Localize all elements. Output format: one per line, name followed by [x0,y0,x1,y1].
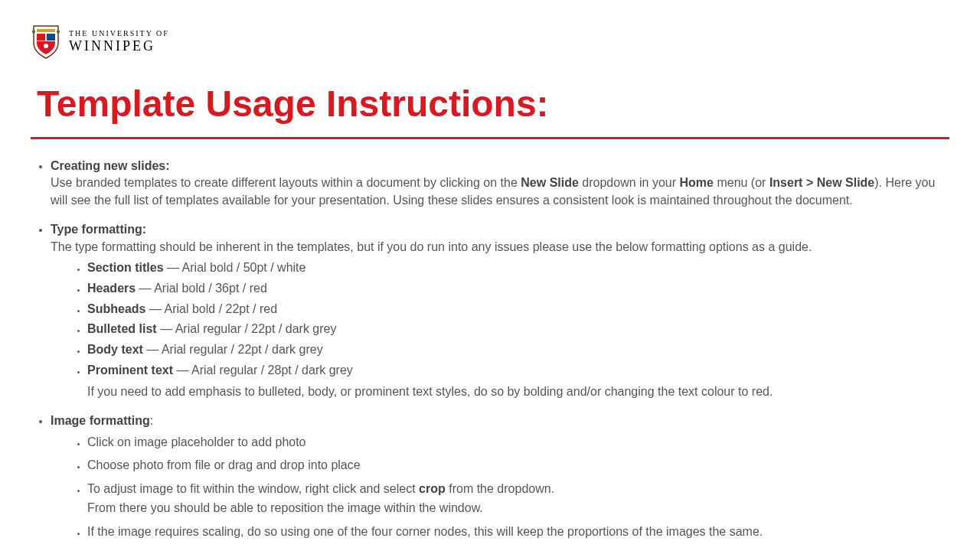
list-item: Choose photo from file or drag and drop … [87,456,949,475]
svg-point-3 [44,44,48,48]
title-rule [31,137,949,139]
section-creating: Creating new slides: Use branded templat… [51,158,949,209]
list-item: Subheads — Arial bold / 22pt / red [87,300,949,319]
crest-icon [31,23,61,60]
creating-body: Use branded templates to create differen… [51,176,935,206]
typefmt-note: If you need to add emphasis to bulleted,… [87,383,949,400]
list-item: Prominent text — Arial regular / 28pt / … [87,361,949,380]
list-item: Bulleted list — Arial regular / 22pt / d… [87,320,949,339]
creating-lead: Creating new slides: [51,159,170,172]
content-list: Creating new slides: Use branded templat… [31,158,949,542]
list-item: Headers — Arial bold / 36pt / red [87,279,949,298]
list-item: If the image requires scaling, do so usi… [87,523,949,542]
typefmt-lead: Type formatting: [51,223,146,236]
university-logo: THE UNIVERSITY OF WINNIPEG [31,23,949,60]
typefmt-list: Section titles — Arial bold / 50pt / whi… [51,259,949,380]
typefmt-intro: The type formatting should be inherent i… [51,240,812,253]
section-image-formatting: Image formatting: Click on image placeho… [51,412,949,541]
logo-line2: WINNIPEG [69,39,169,53]
list-item: Click on image placeholder to add photo [87,433,949,452]
list-item: Section titles — Arial bold / 50pt / whi… [87,259,949,278]
slide: THE UNIVERSITY OF WINNIPEG Template Usag… [0,0,980,551]
svg-rect-2 [47,34,55,41]
slide-title: Template Usage Instructions: [37,83,949,125]
list-item: Body text — Arial regular / 22pt / dark … [87,341,949,360]
imagefmt-lead: Image formatting [51,414,150,427]
svg-rect-1 [37,34,45,41]
list-item: To adjust image to fit within the window… [87,480,949,518]
logo-text: THE UNIVERSITY OF WINNIPEG [69,30,169,53]
imagefmt-list: Click on image placeholder to add photo … [51,433,949,542]
section-type-formatting: Type formatting: The type formatting sho… [51,221,949,400]
svg-rect-0 [37,29,55,32]
logo-line1: THE UNIVERSITY OF [69,30,169,37]
